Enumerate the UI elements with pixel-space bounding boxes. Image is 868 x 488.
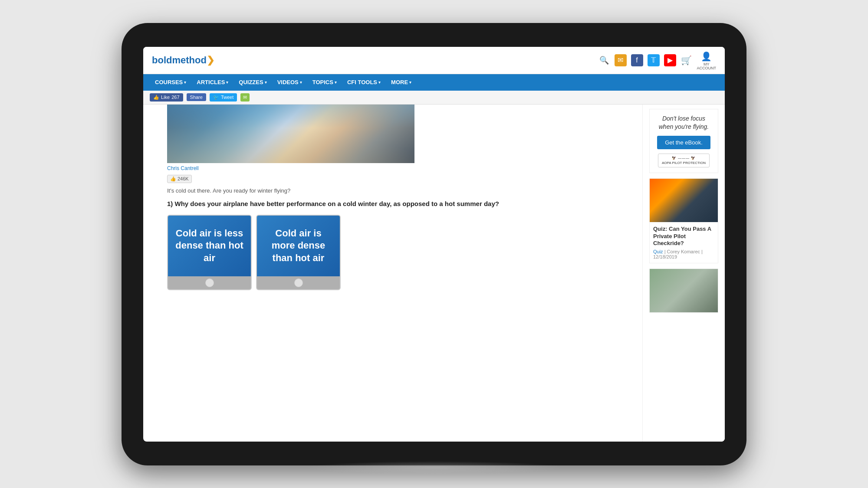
nav-topics[interactable]: TOPICS ▾ [307,75,342,90]
ad-block: Don't lose focus when you're flying. Get… [649,109,718,173]
account-wrapper[interactable]: 👤 MYACCOUNT [697,50,717,70]
account-label: MYACCOUNT [697,62,717,70]
ad-tagline: Don't lose focus when you're flying. [655,115,713,131]
nav-cfi-tools-arrow: ▾ [378,80,381,85]
fb-thumbs-icon: 👍 [170,176,176,182]
account-icon: 👤 [700,50,713,62]
answer-card-1[interactable]: Cold air is less dense than hot air [167,215,252,290]
cart-icon[interactable]: 🛒 [681,54,693,66]
nav-cfi-tools[interactable]: CFI TOOLS ▾ [342,75,386,90]
logo-chevron: ❯ [207,55,214,66]
share-label: Share [190,95,203,100]
tweet-bird-icon: 🐦 [213,95,219,100]
header-icons: 🔍 ✉ f 𝕋 ▶ 🛒 👤 MYACCOUNT [598,50,717,70]
facebook-share-button[interactable]: Share [187,93,206,101]
nav-videos-arrow: ▾ [300,80,302,85]
search-icon[interactable]: 🔍 [598,54,610,66]
sidebar-article-meta-1: Quiz | Corey Komarec | 12/18/2019 [653,249,714,259]
article-area: f 𝕋 ✉ Chris Cantrell 👍 246K [143,105,642,442]
tweet-button[interactable]: 🐦 Tweet [210,93,237,102]
nav-more[interactable]: MORE ▾ [386,75,417,90]
sidebar-article-image-2 [650,269,718,312]
card-dot-2 [294,278,303,287]
fb-count-wrapper: 👍 246K [167,175,636,183]
site-logo[interactable]: boldmethod❯ [152,55,214,66]
youtube-icon[interactable]: ▶ [664,54,676,66]
article-subtitle: It's cold out there. Are you ready for w… [167,187,636,194]
card-text-area-2: Cold air is more dense than hot air [257,216,340,276]
answer-cards: Cold air is less dense than hot air Cold… [167,215,636,290]
email-share-icon: ✉ [243,95,247,100]
like-thumb-icon: 👍 [153,95,159,100]
tablet-frame: boldmethod❯ 🔍 ✉ f 𝕋 ▶ 🛒 👤 MYACCOUNT COUR… [122,23,746,465]
sidebar-meta-quiz-label: Quiz [653,249,663,254]
nav-more-arrow: ▾ [409,80,411,85]
sidebar-article-card-2[interactable] [649,269,718,313]
like-label: Like [161,95,170,100]
card-text-2: Cold air is more dense than hot air [263,227,333,265]
hero-image [167,105,414,163]
card-dot-1 [205,278,214,287]
twitter-icon[interactable]: 𝕋 [648,54,660,66]
nav-topics-arrow: ▾ [335,80,337,85]
aopa-logo-text: AOPA PILOT PROTECTION [662,161,706,165]
tablet-reflection [304,461,564,474]
article-content: Chris Cantrell 👍 246K It's cold out ther… [143,163,642,305]
sidebar: Don't lose focus when you're flying. Get… [642,105,725,442]
fb-count: 246K [178,176,189,181]
logo-text: boldmethod [152,55,207,66]
sidebar-article-card-1[interactable]: Quiz: Can You Pass A Private Pilot Check… [649,178,718,264]
main-content: f 𝕋 ✉ Chris Cantrell 👍 246K [143,105,725,442]
card-indicator-2 [257,276,340,289]
social-bar: 👍 Like 267 Share 🐦 Tweet ✉ [143,91,725,105]
tablet-screen: boldmethod❯ 🔍 ✉ f 𝕋 ▶ 🛒 👤 MYACCOUNT COUR… [143,47,725,442]
facebook-icon[interactable]: f [631,54,643,66]
nav-articles[interactable]: ARTICLES ▾ [191,75,233,90]
nav-articles-arrow: ▾ [226,80,228,85]
email-icon[interactable]: ✉ [615,54,627,66]
nav-bar: COURSES ▾ ARTICLES ▾ QUIZZES ▾ VIDEOS ▾ … [143,74,725,91]
nav-quizzes[interactable]: QUIZZES ▾ [233,75,272,90]
aopa-logo-wings: 🦅 ——— 🦅 [662,156,706,160]
card-text-area-1: Cold air is less dense than hot air [168,216,251,276]
nav-courses-arrow: ▾ [184,80,186,85]
sidebar-article-text-1: Quiz: Can You Pass A Private Pilot Check… [650,222,718,263]
hero-image-container: f 𝕋 ✉ [167,105,642,163]
site-header: boldmethod❯ 🔍 ✉ f 𝕋 ▶ 🛒 👤 MYACCOUNT [143,47,725,74]
sidebar-article-title-1: Quiz: Can You Pass A Private Pilot Check… [653,226,714,248]
tweet-label: Tweet [221,95,233,100]
sidebar-article-image-1 [650,179,718,222]
facebook-like-button[interactable]: 👍 Like 267 [150,93,183,102]
author-link[interactable]: Chris Cantrell [167,165,636,171]
card-text-1: Cold air is less dense than hot air [174,227,244,265]
ad-logo: 🦅 ——— 🦅 AOPA PILOT PROTECTION [658,154,710,167]
card-indicator-1 [168,276,251,289]
ad-ebook-button[interactable]: Get the eBook. [657,136,710,149]
answer-card-2[interactable]: Cold air is more dense than hot air [256,215,341,290]
question-text: 1) Why does your airplane have better pe… [167,199,636,208]
nav-quizzes-arrow: ▾ [265,80,267,85]
email-share-button[interactable]: ✉ [240,93,250,102]
nav-courses[interactable]: COURSES ▾ [150,75,191,90]
fb-count-box[interactable]: 👍 246K [167,175,192,183]
nav-videos[interactable]: VIDEOS ▾ [272,75,307,90]
like-count: 267 [171,95,179,100]
